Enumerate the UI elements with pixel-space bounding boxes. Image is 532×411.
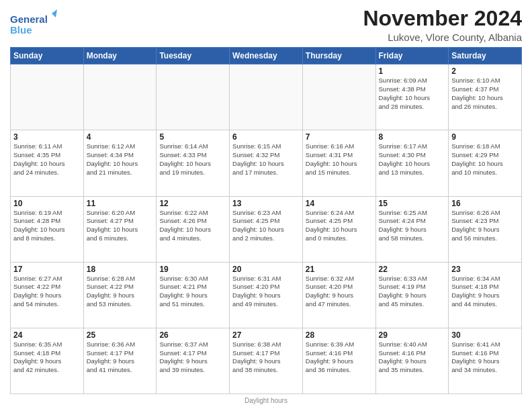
col-header-sunday: Sunday — [11, 48, 84, 64]
calendar-cell: 8Sunrise: 6:17 AM Sunset: 4:30 PM Daylig… — [375, 130, 449, 196]
day-number: 17 — [13, 265, 81, 274]
day-info: Sunrise: 6:12 AM Sunset: 4:34 PM Dayligh… — [87, 142, 154, 177]
day-number: 3 — [13, 132, 81, 142]
col-header-friday: Friday — [375, 48, 449, 64]
day-number: 5 — [159, 132, 226, 142]
calendar-cell: 21Sunrise: 6:32 AM Sunset: 4:20 PM Dayli… — [302, 262, 375, 328]
calendar-cell: 1Sunrise: 6:09 AM Sunset: 4:38 PM Daylig… — [375, 64, 449, 130]
title-block: November 2024 Lukove, Vlore County, Alba… — [363, 7, 522, 43]
col-header-wednesday: Wednesday — [230, 48, 303, 64]
calendar-week-4: 24Sunrise: 6:35 AM Sunset: 4:18 PM Dayli… — [11, 328, 522, 394]
day-info: Sunrise: 6:30 AM Sunset: 4:21 PM Dayligh… — [159, 275, 226, 309]
day-info: Sunrise: 6:37 AM Sunset: 4:17 PM Dayligh… — [159, 340, 226, 375]
day-number: 9 — [451, 132, 519, 142]
calendar-cell: 13Sunrise: 6:23 AM Sunset: 4:25 PM Dayli… — [230, 196, 303, 262]
calendar-cell: 5Sunrise: 6:14 AM Sunset: 4:33 PM Daylig… — [157, 130, 230, 196]
calendar-cell: 14Sunrise: 6:24 AM Sunset: 4:25 PM Dayli… — [302, 196, 375, 262]
day-number: 12 — [159, 199, 226, 208]
day-info: Sunrise: 6:28 AM Sunset: 4:22 PM Dayligh… — [87, 275, 154, 309]
calendar-cell — [230, 64, 303, 130]
day-number: 13 — [232, 199, 300, 208]
day-number: 7 — [306, 132, 373, 142]
col-header-monday: Monday — [83, 48, 157, 64]
day-info: Sunrise: 6:14 AM Sunset: 4:33 PM Dayligh… — [159, 142, 226, 177]
calendar-week-2: 10Sunrise: 6:19 AM Sunset: 4:28 PM Dayli… — [11, 196, 522, 262]
calendar-cell: 4Sunrise: 6:12 AM Sunset: 4:34 PM Daylig… — [83, 130, 157, 196]
day-info: Sunrise: 6:34 AM Sunset: 4:18 PM Dayligh… — [451, 275, 519, 309]
calendar-cell: 24Sunrise: 6:35 AM Sunset: 4:18 PM Dayli… — [11, 328, 84, 394]
day-info: Sunrise: 6:41 AM Sunset: 4:16 PM Dayligh… — [451, 340, 519, 375]
day-number: 11 — [87, 199, 154, 208]
day-info: Sunrise: 6:15 AM Sunset: 4:32 PM Dayligh… — [232, 142, 300, 177]
calendar-cell: 7Sunrise: 6:16 AM Sunset: 4:31 PM Daylig… — [302, 130, 375, 196]
svg-marker-2 — [52, 9, 57, 17]
day-info: Sunrise: 6:18 AM Sunset: 4:29 PM Dayligh… — [451, 142, 519, 177]
day-info: Sunrise: 6:33 AM Sunset: 4:19 PM Dayligh… — [379, 275, 446, 309]
subtitle: Lukove, Vlore County, Albania — [363, 32, 522, 43]
calendar-cell — [157, 64, 230, 130]
day-number: 28 — [306, 330, 373, 340]
day-info: Sunrise: 6:26 AM Sunset: 4:23 PM Dayligh… — [451, 209, 519, 243]
day-info: Sunrise: 6:38 AM Sunset: 4:17 PM Dayligh… — [232, 340, 300, 375]
day-number: 4 — [87, 132, 154, 142]
calendar-cell: 15Sunrise: 6:25 AM Sunset: 4:24 PM Dayli… — [375, 196, 449, 262]
day-info: Sunrise: 6:36 AM Sunset: 4:17 PM Dayligh… — [87, 340, 154, 375]
day-info: Sunrise: 6:11 AM Sunset: 4:35 PM Dayligh… — [13, 142, 81, 177]
calendar-cell — [83, 64, 157, 130]
day-info: Sunrise: 6:16 AM Sunset: 4:31 PM Dayligh… — [306, 142, 373, 177]
calendar-cell: 16Sunrise: 6:26 AM Sunset: 4:23 PM Dayli… — [449, 196, 522, 262]
day-number: 6 — [232, 132, 300, 142]
day-number: 16 — [451, 199, 519, 208]
day-number: 30 — [451, 330, 519, 340]
calendar-cell: 10Sunrise: 6:19 AM Sunset: 4:28 PM Dayli… — [11, 196, 84, 262]
calendar-week-3: 17Sunrise: 6:27 AM Sunset: 4:22 PM Dayli… — [11, 262, 522, 328]
day-number: 10 — [13, 199, 81, 208]
logo: General Blue — [10, 9, 57, 39]
day-number: 2 — [451, 66, 519, 76]
calendar-header-row: SundayMondayTuesdayWednesdayThursdayFrid… — [11, 48, 522, 64]
calendar-cell — [302, 64, 375, 130]
calendar-cell: 26Sunrise: 6:37 AM Sunset: 4:17 PM Dayli… — [157, 328, 230, 394]
calendar-cell: 2Sunrise: 6:10 AM Sunset: 4:37 PM Daylig… — [449, 64, 522, 130]
page: General Blue November 2024 Lukove, Vlore… — [0, 0, 532, 411]
day-info: Sunrise: 6:10 AM Sunset: 4:37 PM Dayligh… — [451, 77, 519, 111]
calendar-cell: 22Sunrise: 6:33 AM Sunset: 4:19 PM Dayli… — [375, 262, 449, 328]
day-info: Sunrise: 6:09 AM Sunset: 4:38 PM Dayligh… — [379, 77, 446, 111]
calendar-week-1: 3Sunrise: 6:11 AM Sunset: 4:35 PM Daylig… — [11, 130, 522, 196]
day-number: 18 — [87, 265, 154, 274]
day-number: 19 — [159, 265, 226, 274]
col-header-tuesday: Tuesday — [157, 48, 230, 64]
col-header-saturday: Saturday — [449, 48, 522, 64]
day-info: Sunrise: 6:23 AM Sunset: 4:25 PM Dayligh… — [232, 209, 300, 243]
day-number: 20 — [232, 265, 300, 274]
day-number: 1 — [379, 66, 446, 76]
day-number: 8 — [379, 132, 446, 142]
day-info: Sunrise: 6:27 AM Sunset: 4:22 PM Dayligh… — [13, 275, 81, 309]
day-number: 26 — [159, 330, 226, 340]
calendar-cell: 25Sunrise: 6:36 AM Sunset: 4:17 PM Dayli… — [83, 328, 157, 394]
day-number: 25 — [87, 330, 154, 340]
calendar-cell: 27Sunrise: 6:38 AM Sunset: 4:17 PM Dayli… — [230, 328, 303, 394]
calendar-cell: 3Sunrise: 6:11 AM Sunset: 4:35 PM Daylig… — [11, 130, 84, 196]
day-info: Sunrise: 6:20 AM Sunset: 4:27 PM Dayligh… — [87, 209, 154, 243]
day-info: Sunrise: 6:19 AM Sunset: 4:28 PM Dayligh… — [13, 209, 81, 243]
day-info: Sunrise: 6:24 AM Sunset: 4:25 PM Dayligh… — [306, 209, 373, 243]
day-number: 21 — [306, 265, 373, 274]
day-number: 24 — [13, 330, 81, 340]
calendar-cell: 23Sunrise: 6:34 AM Sunset: 4:18 PM Dayli… — [449, 262, 522, 328]
footer-note: Daylight hours — [10, 397, 522, 404]
day-info: Sunrise: 6:17 AM Sunset: 4:30 PM Dayligh… — [379, 142, 446, 177]
svg-text:General: General — [10, 13, 48, 25]
calendar-cell: 18Sunrise: 6:28 AM Sunset: 4:22 PM Dayli… — [83, 262, 157, 328]
day-number: 29 — [379, 330, 446, 340]
calendar-cell: 19Sunrise: 6:30 AM Sunset: 4:21 PM Dayli… — [157, 262, 230, 328]
day-number: 22 — [379, 265, 446, 274]
day-number: 27 — [232, 330, 300, 340]
calendar-cell: 30Sunrise: 6:41 AM Sunset: 4:16 PM Dayli… — [449, 328, 522, 394]
day-info: Sunrise: 6:31 AM Sunset: 4:20 PM Dayligh… — [232, 275, 300, 309]
calendar-table: SundayMondayTuesdayWednesdayThursdayFrid… — [10, 47, 522, 394]
day-info: Sunrise: 6:25 AM Sunset: 4:24 PM Dayligh… — [379, 209, 446, 243]
day-info: Sunrise: 6:22 AM Sunset: 4:26 PM Dayligh… — [159, 209, 226, 243]
header: General Blue November 2024 Lukove, Vlore… — [10, 7, 522, 43]
day-info: Sunrise: 6:39 AM Sunset: 4:16 PM Dayligh… — [306, 340, 373, 375]
